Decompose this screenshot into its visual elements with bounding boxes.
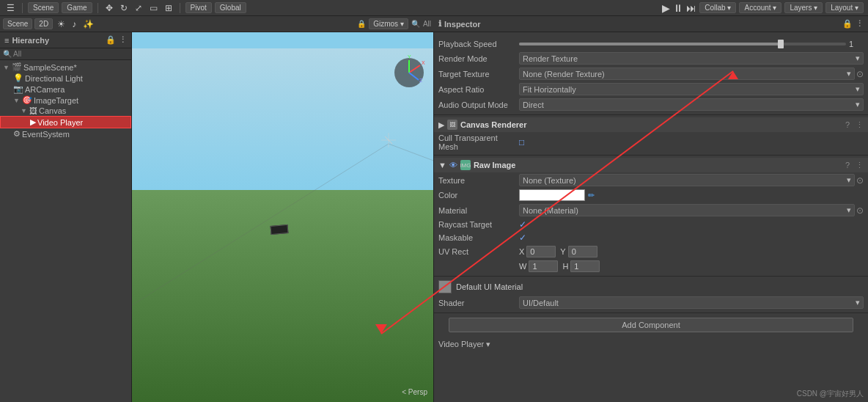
separator xyxy=(22,3,23,13)
video-player-footer[interactable]: Video Player ▾ xyxy=(434,337,868,352)
collab-btn[interactable]: Collab ▾ xyxy=(699,2,736,13)
target-texture-dropdown[interactable]: None (Render Texture) ▾ xyxy=(519,67,855,80)
add-component-button[interactable]: Add Component xyxy=(449,318,853,332)
scene-tab[interactable]: Scene xyxy=(28,2,59,13)
hier-label-arcamera: ARCamera xyxy=(25,85,65,94)
maskable-checkbox[interactable]: ✓ xyxy=(519,233,526,243)
uvrect-label: UV Rect xyxy=(438,247,519,256)
hierarchy-lock-icon[interactable]: 🔒 xyxy=(106,35,116,45)
audio-toggle-icon[interactable]: ♪ xyxy=(70,19,78,29)
shader-arrow: ▾ xyxy=(856,298,860,307)
pivot-btn[interactable]: Pivot xyxy=(185,2,212,13)
hier-icon-scene: 🎬 xyxy=(12,62,22,72)
inspector-panel: ℹ Inspector 🔒 ⋮ Playback Speed 1 xyxy=(434,16,868,402)
search-icon: 🔍 xyxy=(411,20,420,28)
all-label: All xyxy=(423,20,431,28)
scene-mode-btn[interactable]: Scene xyxy=(3,18,32,29)
aspect-ratio-dropdown[interactable]: Fit Horizontally ▾ xyxy=(519,83,864,95)
light-toggle-icon[interactable]: ☀ xyxy=(55,19,67,29)
layout-btn[interactable]: Layout ▾ xyxy=(825,2,864,13)
hier-item-canvas[interactable]: ▼ 🖼 Canvas xyxy=(0,106,131,116)
watermark: CSDN @宇宙好男人 xyxy=(797,389,864,399)
hier-label-dlight: Directional Light xyxy=(25,74,83,83)
play-button[interactable]: ▶ xyxy=(662,2,670,14)
raw-image-q-icon[interactable]: ? xyxy=(845,161,850,169)
hier-item-samplescene[interactable]: ▼ 🎬 SampleScene* xyxy=(0,62,131,73)
pause-button[interactable]: ⏸ xyxy=(673,2,683,14)
uvrect-x-input[interactable]: 0 xyxy=(526,246,556,257)
account-btn[interactable]: Account ▾ xyxy=(739,2,781,13)
hier-label-imagetarget: ImageTarget xyxy=(34,96,78,105)
video-player-label: Video Player ▾ xyxy=(438,340,490,349)
persp-label: < Persp xyxy=(402,388,427,396)
audio-output-dropdown[interactable]: Direct ▾ xyxy=(519,98,864,111)
scale-tool-icon[interactable]: ⤢ xyxy=(133,3,144,13)
canvas-renderer-q-icon[interactable]: ? xyxy=(845,120,850,129)
step-button[interactable]: ⏭ xyxy=(686,2,696,14)
texture-arrow: ▾ xyxy=(847,175,851,185)
texture-select-icon[interactable]: ⊙ xyxy=(856,175,864,186)
fx-toggle-icon[interactable]: ✨ xyxy=(81,19,96,29)
game-tab[interactable]: Game xyxy=(62,2,92,13)
playback-section: Playback Speed 1 Render Mode Render Text… xyxy=(434,35,868,115)
inspector-icon: ℹ xyxy=(438,19,441,29)
global-btn[interactable]: Global xyxy=(215,2,246,13)
inspector-content: Playback Speed 1 Render Mode Render Text… xyxy=(434,32,868,402)
canvas-renderer-icon: 🖼 xyxy=(447,120,457,130)
gizmos-btn[interactable]: Gizmos ▾ xyxy=(369,18,408,29)
uvrect-coords: X 0 Y 0 xyxy=(519,246,597,257)
cull-checkbox[interactable]: □ xyxy=(519,137,524,147)
uvrect-w-input[interactable]: 1 xyxy=(529,260,558,272)
uvrect-h-input[interactable]: 1 xyxy=(570,260,600,272)
color-swatch[interactable] xyxy=(519,189,585,201)
material-select-icon[interactable]: ⊙ xyxy=(856,205,864,216)
raw-image-header[interactable]: ▼ 👁 IMG Raw Image ? ⋮ xyxy=(434,158,868,172)
canvas-renderer-menu-icon[interactable]: ⋮ xyxy=(856,120,864,130)
transform-tool-icon[interactable]: ⊞ xyxy=(163,3,174,13)
rect-tool-icon[interactable]: ▭ xyxy=(147,3,160,13)
scene-toolbar: Scene 2D ☀ ♪ ✨ 🔒 Gizmos ▾ 🔍 All xyxy=(0,16,434,32)
move-tool-icon[interactable]: ✥ xyxy=(103,3,115,13)
canvas-renderer-header[interactable]: ▶ 🖼 Canvas Renderer ? ⋮ xyxy=(434,117,868,132)
hier-icon-video: ▶ xyxy=(30,117,36,127)
raycast-checkbox[interactable]: ✓ xyxy=(519,219,526,230)
shader-dropdown[interactable]: UI/Default ▾ xyxy=(519,296,864,309)
render-mode-dropdown[interactable]: Render Texture ▾ xyxy=(519,52,864,65)
render-mode-arrow: ▾ xyxy=(856,54,860,63)
color-label: Color xyxy=(438,191,519,200)
layers-btn[interactable]: Layers ▾ xyxy=(784,2,823,13)
raw-image-eye-icon[interactable]: 👁 xyxy=(449,161,457,169)
hier-icon-target: 🎯 xyxy=(22,95,32,105)
material-dropdown[interactable]: None (Material) ▾ xyxy=(519,204,855,216)
color-picker-icon[interactable]: ✏ xyxy=(588,191,595,200)
hier-item-videoplayer[interactable]: ▶ Video Player xyxy=(0,116,131,128)
hier-label-videoplayer: Video Player xyxy=(37,118,83,127)
shader-row: Shader UI/Default ▾ xyxy=(434,295,868,310)
target-texture-select-icon[interactable]: ⊙ xyxy=(856,69,864,79)
inspector-lock-icon[interactable]: 🔒 xyxy=(842,19,853,29)
uvrect-h-field: H 1 xyxy=(562,260,600,272)
hierarchy-header-icons: 🔒 ⋮ xyxy=(106,35,127,45)
hier-item-directional-light[interactable]: 💡 Directional Light xyxy=(0,73,131,84)
hierarchy-menu-icon[interactable]: ⋮ xyxy=(119,35,127,45)
default-ui-section: Default UI Material Shader UI/Default ▾ xyxy=(434,277,868,313)
top-bar-right: ▶ ⏸ ⏭ Collab ▾ Account ▾ Layers ▾ Layout… xyxy=(662,2,864,14)
texture-dropdown[interactable]: None (Texture) ▾ xyxy=(519,174,855,186)
uvrect-y-input[interactable]: 0 xyxy=(568,246,597,257)
raw-image-menu-icon[interactable]: ⋮ xyxy=(856,161,864,170)
inspector-menu-icon[interactable]: ⋮ xyxy=(856,19,864,29)
render-mode-label: Render Mode xyxy=(438,54,519,63)
material-row: Material None (Material) ▾ ⊙ xyxy=(434,202,868,218)
rotate-tool-icon[interactable]: ↻ xyxy=(118,3,130,13)
hier-item-imagetarget[interactable]: ▼ 🎯 ImageTarget xyxy=(0,95,131,106)
hier-item-arcamera[interactable]: 📷 ARCamera xyxy=(0,84,131,95)
ground-bg xyxy=(132,190,433,402)
raycast-row: Raycast Target ✓ xyxy=(434,218,868,231)
2d-btn[interactable]: 2D xyxy=(34,18,53,29)
uvrect-x-field: X 0 xyxy=(519,246,556,257)
uvrect-w-lbl: W xyxy=(519,262,526,271)
raw-image-toggle: ▼ xyxy=(438,161,446,169)
maskable-label: Maskable xyxy=(438,233,519,242)
render-mode-row: Render Mode Render Texture ▾ xyxy=(434,51,868,66)
hier-item-eventsystem[interactable]: ⚙ EventSystem xyxy=(0,128,131,139)
